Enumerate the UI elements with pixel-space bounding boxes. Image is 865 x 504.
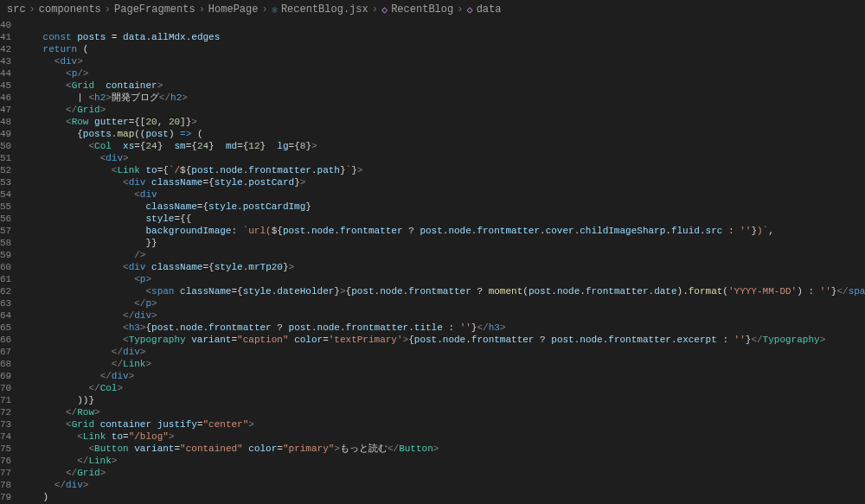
code-line[interactable]: <Link to={`/${post.node.frontmatter.path… — [20, 164, 865, 176]
code-line[interactable]: <Button variant="contained" color="prima… — [20, 443, 865, 455]
code-line[interactable]: <Link to="/blog"> — [20, 431, 865, 443]
code-line[interactable]: ))} — [20, 394, 865, 406]
chevron-right-icon: › — [105, 3, 111, 16]
code-line[interactable]: <Row gutter={[20, 20]}> — [20, 116, 865, 128]
line-number: 60 — [0, 261, 11, 273]
line-number: 67 — [0, 346, 11, 358]
line-number: 53 — [0, 176, 11, 188]
code-line[interactable]: /> — [20, 249, 865, 261]
line-number: 63 — [0, 297, 11, 309]
code-line[interactable]: <div — [20, 188, 865, 201]
line-number: 65 — [0, 322, 11, 334]
chevron-right-icon: › — [29, 3, 35, 16]
code-line[interactable]: <span className={style.dateHolder}>{post… — [20, 285, 865, 297]
code-line[interactable]: backgroundImage: `url(${post.node.frontm… — [20, 225, 865, 237]
code-line[interactable]: </div> — [20, 346, 865, 358]
code-editor[interactable]: 4041424344454647484950515253545556575859… — [0, 19, 865, 504]
code-line[interactable]: <div> — [20, 55, 865, 67]
code-line[interactable]: </Col> — [20, 382, 865, 394]
line-number: 55 — [0, 201, 11, 213]
breadcrumb-symbol[interactable]: data — [477, 3, 502, 16]
code-line[interactable]: </div> — [20, 479, 865, 491]
line-number: 79 — [0, 491, 11, 503]
line-number: 78 — [0, 479, 11, 491]
line-number: 71 — [0, 394, 11, 406]
code-line[interactable]: </Row> — [20, 406, 865, 418]
line-number: 66 — [0, 334, 11, 346]
line-number: 73 — [0, 418, 11, 431]
line-number: 68 — [0, 358, 11, 370]
line-number: 59 — [0, 249, 11, 261]
line-number: 76 — [0, 455, 11, 467]
code-line[interactable]: <p/> — [20, 67, 865, 80]
code-line[interactable]: className={style.postCardImg} — [20, 201, 865, 213]
code-line[interactable]: <div className={style.mrTp20}> — [20, 261, 865, 273]
symbol-icon: ◇ — [381, 3, 388, 16]
line-number: 46 — [0, 92, 11, 104]
code-line[interactable] — [20, 19, 865, 31]
code-line[interactable]: </div> — [20, 370, 865, 382]
code-line[interactable]: style={{ — [20, 213, 865, 225]
code-line[interactable]: </p> — [20, 297, 865, 309]
line-number: 43 — [0, 55, 11, 67]
code-line[interactable]: </Link> — [20, 455, 865, 467]
breadcrumb-segment[interactable]: PageFragments — [114, 3, 195, 16]
line-number: 74 — [0, 431, 11, 443]
code-line[interactable]: <Grid container> — [20, 80, 865, 92]
line-number: 45 — [0, 80, 11, 92]
line-number: 40 — [0, 19, 11, 31]
line-number: 77 — [0, 467, 11, 479]
code-area[interactable]: const posts = data.allMdx.edges return (… — [20, 19, 865, 504]
breadcrumb-segment[interactable]: components — [39, 3, 101, 16]
line-number: 42 — [0, 43, 11, 55]
breadcrumb-segment[interactable]: src — [7, 3, 26, 16]
chevron-right-icon: › — [457, 3, 463, 16]
line-number: 48 — [0, 116, 11, 128]
code-line[interactable]: </Link> — [20, 358, 865, 370]
breadcrumb-symbol[interactable]: RecentBlog — [391, 3, 453, 16]
line-number: 41 — [0, 31, 11, 43]
line-number: 64 — [0, 309, 11, 322]
code-line[interactable]: <h3>{post.node.frontmatter ? post.node.f… — [20, 322, 865, 334]
line-number: 50 — [0, 140, 11, 152]
code-line[interactable]: <Typography variant="caption" color='tex… — [20, 334, 865, 346]
symbol-icon: ◇ — [466, 3, 472, 16]
chevron-right-icon: › — [372, 3, 378, 16]
react-file-icon: ⚛ — [272, 3, 278, 16]
line-number: 57 — [0, 225, 11, 237]
line-number: 47 — [0, 104, 11, 116]
line-number: 70 — [0, 382, 11, 394]
code-line[interactable]: {posts.map((post) => ( — [20, 128, 865, 140]
code-line[interactable]: | <h2>開発ブログ</h2> — [20, 92, 865, 104]
line-number: 51 — [0, 152, 11, 164]
line-number: 69 — [0, 370, 11, 382]
breadcrumb[interactable]: src › components › PageFragments › HomeP… — [0, 0, 865, 19]
code-line[interactable]: const posts = data.allMdx.edges — [20, 31, 865, 43]
code-line[interactable]: </Grid> — [20, 467, 865, 479]
code-line[interactable]: <Col xs={24} sm={24} md={12} lg={8}> — [20, 140, 865, 152]
breadcrumb-segment[interactable]: HomePage — [208, 3, 259, 16]
code-line[interactable]: return ( — [20, 43, 865, 55]
code-line[interactable]: ) — [20, 491, 865, 503]
code-line[interactable]: </Grid> — [20, 104, 865, 116]
line-number: 52 — [0, 164, 11, 176]
code-line[interactable]: <div className={style.postCard}> — [20, 176, 865, 188]
breadcrumb-file[interactable]: RecentBlog.jsx — [281, 3, 368, 16]
line-number: 44 — [0, 67, 11, 80]
line-number: 49 — [0, 128, 11, 140]
code-line[interactable]: </div> — [20, 309, 865, 322]
line-number: 61 — [0, 273, 11, 285]
line-number: 58 — [0, 237, 11, 249]
code-line[interactable]: <div> — [20, 152, 865, 164]
chevron-right-icon: › — [199, 3, 205, 16]
code-line[interactable]: <p> — [20, 273, 865, 285]
code-line[interactable]: }} — [20, 237, 865, 249]
line-number-gutter: 4041424344454647484950515253545556575859… — [0, 19, 20, 504]
line-number: 72 — [0, 406, 11, 418]
code-line[interactable]: <Grid container justify="center"> — [20, 418, 865, 431]
line-number: 54 — [0, 188, 11, 201]
chevron-right-icon: › — [261, 3, 267, 16]
line-number: 56 — [0, 213, 11, 225]
line-number: 62 — [0, 285, 11, 297]
line-number: 75 — [0, 443, 11, 455]
